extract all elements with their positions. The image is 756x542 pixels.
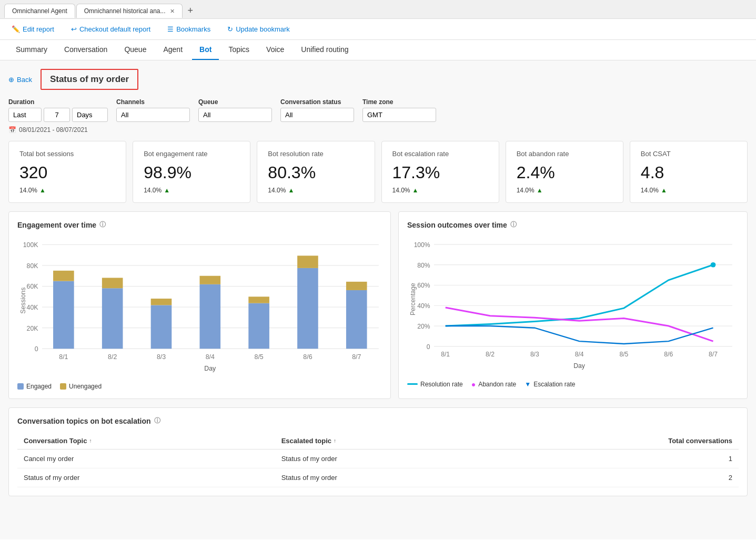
kpi-value: 320 — [19, 163, 115, 182]
svg-rect-15 — [102, 288, 123, 349]
timezone-select[interactable]: GMT — [362, 108, 436, 122]
col-sort-escalated[interactable]: Escalated topic ↑ — [281, 437, 336, 445]
svg-text:60%: 60% — [417, 282, 430, 289]
col-sort-topic[interactable]: Conversation Topic ↑ — [24, 437, 92, 445]
tab-queue[interactable]: Queue — [117, 40, 154, 60]
browser-tabs: Omnichannel Agent Omnichannel historical… — [0, 0, 756, 19]
kpi-bot-abandon-rate: Bot abandon rate 2.4% 14.0% ▲ — [506, 141, 623, 203]
col-header-escalated[interactable]: Escalated topic ↑ — [275, 433, 494, 449]
session-outcomes-title-text: Session outcomes over time — [407, 221, 507, 229]
duration-period-select[interactable]: Last — [8, 108, 42, 122]
kpi-value: 17.3% — [392, 163, 488, 182]
tab-agent[interactable]: Agent — [156, 40, 190, 60]
kpi-bot-csat: Bot CSAT 4.8 14.0% ▲ — [630, 141, 748, 203]
close-icon[interactable]: ✕ — [170, 8, 175, 15]
kpi-change: 14.0% ▲ — [392, 187, 488, 194]
svg-rect-26 — [346, 282, 367, 290]
svg-rect-22 — [248, 296, 269, 303]
svg-text:100K: 100K — [23, 241, 39, 249]
bookmarks-icon: ☰ — [167, 25, 174, 33]
svg-text:Percentage: Percentage — [409, 283, 417, 315]
tab-omnichannel-historical[interactable]: Omnichannel historical ana... ✕ — [76, 4, 183, 18]
info-icon[interactable]: ⓘ — [510, 220, 517, 229]
engagement-chart-card: Engagement over time ⓘ 100K 80K 60K 40K … — [8, 211, 391, 399]
tab-bot[interactable]: Bot — [192, 40, 219, 60]
svg-rect-17 — [151, 305, 172, 349]
legend-engaged: Engaged — [17, 383, 52, 390]
update-bookmark-label: Update bookmark — [236, 25, 290, 33]
channels-select[interactable]: All — [116, 108, 190, 122]
svg-rect-21 — [248, 303, 269, 349]
add-tab-button[interactable]: + — [184, 3, 198, 18]
back-circle-icon: ⊕ — [8, 76, 14, 84]
escalation-triangle-icon: ▼ — [525, 381, 531, 388]
engagement-svg: 100K 80K 60K 40K 20K 0 Sessions — [17, 236, 382, 379]
tab-voice[interactable]: Voice — [259, 40, 291, 60]
kpi-change: 14.0% ▲ — [268, 187, 364, 194]
back-button[interactable]: ⊕ Back — [8, 76, 32, 84]
session-outcomes-chart-container: 100% 80% 60% 40% 20% 0 Percentage — [407, 236, 739, 376]
svg-text:8/4: 8/4 — [206, 353, 215, 361]
col-header-topic[interactable]: Conversation Topic ↑ — [17, 433, 275, 449]
kpi-bot-resolution-rate: Bot resolution rate 80.3% 14.0% ▲ — [257, 141, 375, 203]
kpi-change-text: 14.0% — [144, 187, 162, 194]
tab-summary[interactable]: Summary — [8, 40, 55, 60]
col-escalated-label: Escalated topic — [281, 437, 331, 445]
engaged-label: Engaged — [26, 383, 52, 390]
checkout-default-button[interactable]: ↩ Checkout default report — [68, 23, 154, 35]
duration-inputs: Last Days — [8, 108, 108, 122]
date-range-text: 08/01/2021 - 08/07/2021 — [19, 126, 88, 134]
duration-value-input[interactable] — [44, 108, 70, 122]
kpi-title: Bot resolution rate — [268, 150, 364, 158]
duration-unit-select[interactable]: Days — [72, 108, 108, 122]
update-bookmark-button[interactable]: ↻ Update bookmark — [224, 23, 293, 35]
engaged-color — [17, 383, 24, 390]
info-icon[interactable]: ⓘ — [154, 416, 160, 425]
legend-unengaged: Unengaged — [60, 383, 102, 390]
svg-text:Sessions: Sessions — [19, 288, 27, 314]
kpi-change: 14.0% ▲ — [641, 187, 737, 194]
svg-text:8/5: 8/5 — [619, 351, 628, 358]
up-arrow-icon: ▲ — [537, 187, 543, 194]
tab-conversation[interactable]: Conversation — [57, 40, 115, 60]
back-label: Back — [17, 76, 32, 84]
checkout-default-label: Checkout default report — [79, 25, 150, 33]
checkout-icon: ↩ — [71, 25, 77, 33]
bookmarks-button[interactable]: ☰ Bookmarks — [164, 23, 214, 35]
conversation-status-select[interactable]: All — [280, 108, 354, 122]
kpi-change-text: 14.0% — [19, 187, 37, 194]
kpi-value: 4.8 — [641, 163, 737, 182]
up-arrow-icon: ▲ — [164, 187, 170, 194]
kpi-title: Bot abandon rate — [517, 150, 612, 158]
date-range: 📅 08/01/2021 - 08/07/2021 — [8, 126, 748, 134]
nav-tabs: Summary Conversation Queue Agent Bot Top… — [0, 40, 756, 60]
main-content: ⊕ Back Status of my order Duration Last … — [0, 60, 756, 539]
svg-text:20%: 20% — [417, 323, 430, 330]
kpi-change-text: 14.0% — [641, 187, 659, 194]
charts-row: Engagement over time ⓘ 100K 80K 60K 40K … — [8, 211, 748, 399]
engagement-title-text: Engagement over time — [17, 221, 96, 229]
svg-text:8/5: 8/5 — [255, 353, 264, 361]
svg-text:8/2: 8/2 — [486, 351, 495, 358]
info-icon[interactable]: ⓘ — [99, 220, 106, 229]
col-topic-label: Conversation Topic — [24, 437, 87, 445]
svg-text:8/6: 8/6 — [664, 351, 673, 358]
svg-text:40%: 40% — [417, 302, 430, 310]
edit-report-button[interactable]: ✏️ Edit report — [8, 23, 57, 35]
svg-text:8/2: 8/2 — [108, 353, 117, 361]
svg-rect-20 — [200, 276, 221, 284]
conversation-topics-table-section: Conversation topics on bot escalation ⓘ … — [8, 407, 748, 496]
table-row: Status of my order Status of my order 2 — [17, 468, 739, 487]
tab-omnichannel-agent[interactable]: Omnichannel Agent — [4, 4, 75, 18]
legend-resolution-rate: Resolution rate — [407, 381, 463, 388]
cell-topic: Cancel my order — [17, 449, 275, 468]
queue-filter: Queue All — [198, 98, 272, 122]
queue-select[interactable]: All — [198, 108, 272, 122]
kpi-change: 14.0% ▲ — [19, 187, 115, 194]
timezone-filter: Time zone GMT — [362, 98, 436, 122]
tab-topics[interactable]: Topics — [221, 40, 257, 60]
escalation-label: Escalation rate — [533, 381, 575, 388]
svg-point-48 — [711, 262, 716, 268]
tab-unified-routing[interactable]: Unified routing — [294, 40, 356, 60]
cell-escalated: Status of my order — [275, 449, 494, 468]
